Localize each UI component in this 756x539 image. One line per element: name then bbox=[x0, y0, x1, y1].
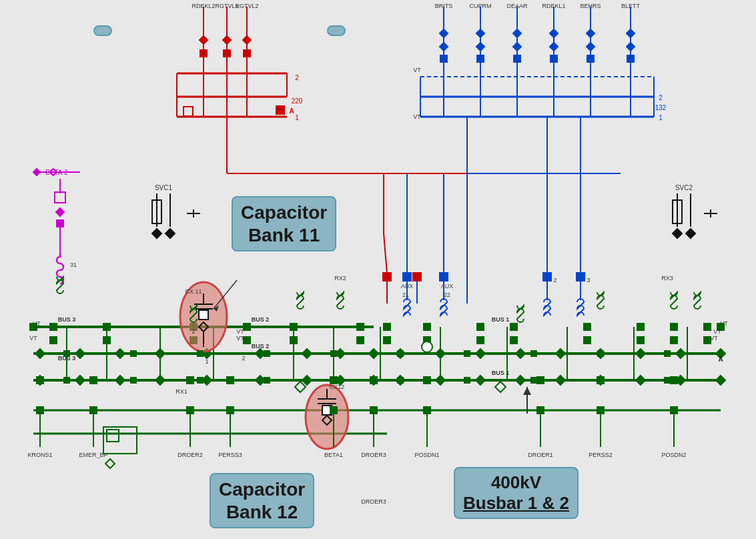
capacitor-bank-11-label: CapacitorBank 11 bbox=[232, 196, 336, 251]
voltage-220kv-label bbox=[93, 25, 112, 36]
voltage-132kv-label bbox=[327, 25, 346, 36]
voltage-400kv-label: 400kVBusbar 1 & 2 bbox=[454, 467, 579, 519]
capacitor-bank-12-label: CapacitorBank 12 bbox=[210, 473, 314, 528]
